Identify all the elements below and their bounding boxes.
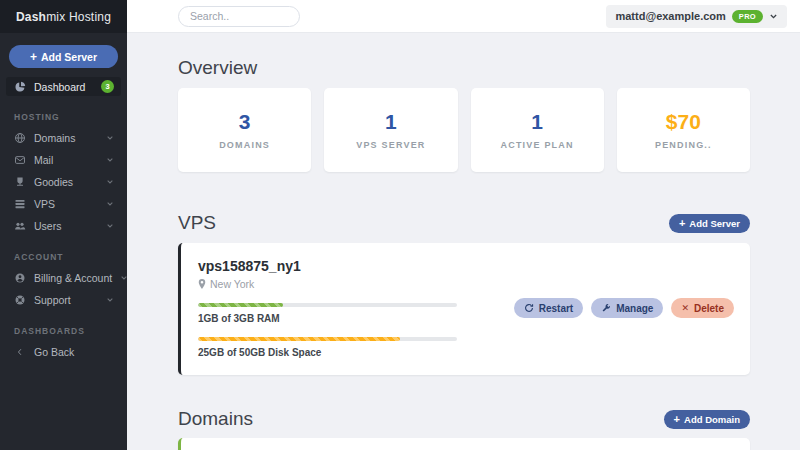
restart-label: Restart bbox=[539, 303, 573, 314]
stat-label: DOMAINS bbox=[219, 140, 270, 150]
add-server-button[interactable]: + Add Server bbox=[9, 45, 118, 68]
sidebar-item-mail[interactable]: Mail bbox=[6, 150, 121, 170]
sidebar: Dashmix Hosting + Add Server Dashboard 3… bbox=[0, 0, 127, 450]
plus-icon: + bbox=[674, 414, 680, 425]
trophy-icon bbox=[13, 176, 26, 189]
vps-actions: Restart Manage ✕ Delete bbox=[514, 258, 734, 358]
domains-title: Domains bbox=[178, 408, 253, 430]
stat-label: PENDING.. bbox=[655, 140, 712, 150]
sidebar-item-label: Domains bbox=[34, 132, 98, 144]
vps-add-server-button[interactable]: + Add Server bbox=[669, 214, 750, 233]
nav-section-dashboards: DASHBOARDS bbox=[14, 326, 127, 336]
sidebar-item-users[interactable]: Users bbox=[6, 216, 121, 236]
user-menu[interactable]: mattd@example.com PRO bbox=[606, 5, 787, 28]
mail-icon bbox=[13, 154, 26, 167]
sidebar-item-domains[interactable]: Domains bbox=[6, 128, 121, 148]
stat-value: 3 bbox=[239, 110, 251, 133]
add-server-label: Add Server bbox=[41, 51, 97, 63]
plus-icon: + bbox=[679, 218, 685, 229]
wrench-icon bbox=[601, 303, 611, 313]
stat-value: 1 bbox=[531, 110, 543, 133]
restart-icon bbox=[524, 303, 534, 313]
stats-row: 3 DOMAINS 1 VPS SERVER 1 ACTIVE PLAN $70… bbox=[178, 88, 750, 172]
vps-server-card: vps158875_ny1 New York 1GB of 3GB RAM 25… bbox=[178, 243, 750, 375]
search-input[interactable] bbox=[178, 6, 300, 27]
restart-button[interactable]: Restart bbox=[514, 298, 583, 318]
manage-label: Manage bbox=[616, 303, 653, 314]
chevron-down-icon bbox=[106, 222, 114, 230]
vps-section-header: VPS + Add Server bbox=[178, 212, 750, 234]
stat-value: 1 bbox=[385, 110, 397, 133]
overview-title: Overview bbox=[178, 57, 750, 79]
chevron-down-icon bbox=[106, 200, 114, 208]
ram-usage-label: 1GB of 3GB RAM bbox=[198, 313, 457, 324]
ram-progress-bar bbox=[198, 303, 457, 307]
content: Overview 3 DOMAINS 1 VPS SERVER 1 ACTIVE… bbox=[127, 33, 800, 450]
sidebar-item-label: Goodies bbox=[34, 176, 98, 188]
pro-badge: PRO bbox=[732, 10, 763, 23]
sidebar-item-label: Users bbox=[34, 220, 98, 232]
sidebar-item-label: Go Back bbox=[34, 346, 114, 358]
stat-card-pending: $70 PENDING.. bbox=[617, 88, 750, 172]
dashboard-count-badge: 3 bbox=[101, 80, 114, 93]
chevron-down-icon bbox=[106, 156, 114, 164]
ram-progress-fill bbox=[198, 303, 283, 307]
add-domain-button[interactable]: + Add Domain bbox=[664, 410, 750, 429]
disk-usage-label: 25GB of 50GB Disk Space bbox=[198, 347, 457, 358]
sidebar-item-label: Billing & Account bbox=[34, 272, 112, 284]
sidebar-item-label: Support bbox=[34, 294, 98, 306]
top-bar: mattd@example.com PRO bbox=[127, 0, 800, 33]
nav-section-hosting: HOSTING bbox=[14, 112, 127, 122]
sidebar-item-label: VPS bbox=[34, 198, 98, 210]
vps-server-details: vps158875_ny1 New York 1GB of 3GB RAM 25… bbox=[198, 258, 457, 358]
sidebar-item-dashboard[interactable]: Dashboard 3 bbox=[6, 77, 121, 96]
manage-button[interactable]: Manage bbox=[591, 298, 663, 318]
sidebar-item-vps[interactable]: VPS bbox=[6, 194, 121, 214]
brand-rest: mix Hosting bbox=[46, 10, 111, 24]
disk-progress-fill bbox=[198, 337, 400, 341]
pie-chart-icon bbox=[13, 80, 26, 93]
brand-bold: Dash bbox=[16, 10, 46, 24]
vps-server-name: vps158875_ny1 bbox=[198, 258, 457, 274]
chevron-down-icon bbox=[106, 178, 114, 186]
domains-section-header: Domains + Add Domain bbox=[178, 408, 750, 430]
vps-title: VPS bbox=[178, 212, 216, 234]
stat-label: ACTIVE PLAN bbox=[501, 140, 574, 150]
chevron-down-icon bbox=[769, 12, 778, 21]
x-icon: ✕ bbox=[681, 304, 689, 313]
delete-label: Delete bbox=[694, 303, 724, 314]
stat-card-active-plan: 1 ACTIVE PLAN bbox=[471, 88, 604, 172]
brand-logo: Dashmix Hosting bbox=[0, 0, 127, 33]
plus-icon: + bbox=[30, 51, 37, 63]
sidebar-item-billing-account[interactable]: Billing & Account bbox=[6, 268, 121, 288]
users-icon bbox=[13, 220, 26, 233]
globe-icon bbox=[13, 132, 26, 145]
disk-progress-bar bbox=[198, 337, 457, 341]
stat-label: VPS SERVER bbox=[356, 140, 425, 150]
user-email: mattd@example.com bbox=[615, 10, 725, 22]
server-icon bbox=[13, 198, 26, 211]
sidebar-item-label: Dashboard bbox=[34, 81, 93, 93]
delete-button[interactable]: ✕ Delete bbox=[671, 298, 734, 318]
chevron-down-icon bbox=[106, 134, 114, 142]
sidebar-item-goodies[interactable]: Goodies bbox=[6, 172, 121, 192]
location-label: New York bbox=[210, 278, 254, 290]
stat-value: $70 bbox=[666, 110, 701, 133]
stat-card-domains: 3 DOMAINS bbox=[178, 88, 311, 172]
sidebar-item-go-back[interactable]: Go Back bbox=[6, 342, 121, 362]
stat-card-vps-server: 1 VPS SERVER bbox=[324, 88, 457, 172]
user-circle-icon bbox=[13, 272, 26, 285]
map-pin-icon bbox=[198, 279, 206, 289]
sidebar-item-label: Mail bbox=[34, 154, 98, 166]
domain-card-clipped bbox=[178, 438, 750, 450]
nav-section-account: ACCOUNT bbox=[14, 252, 127, 262]
vps-add-server-label: Add Server bbox=[689, 218, 740, 229]
vps-server-location: New York bbox=[198, 278, 457, 290]
sidebar-item-support[interactable]: Support bbox=[6, 290, 121, 310]
add-domain-label: Add Domain bbox=[684, 414, 740, 425]
main-area: mattd@example.com PRO Overview 3 DOMAINS… bbox=[127, 0, 800, 450]
life-ring-icon bbox=[13, 294, 26, 307]
chevron-down-icon bbox=[106, 296, 114, 304]
chevron-left-icon bbox=[13, 346, 26, 359]
